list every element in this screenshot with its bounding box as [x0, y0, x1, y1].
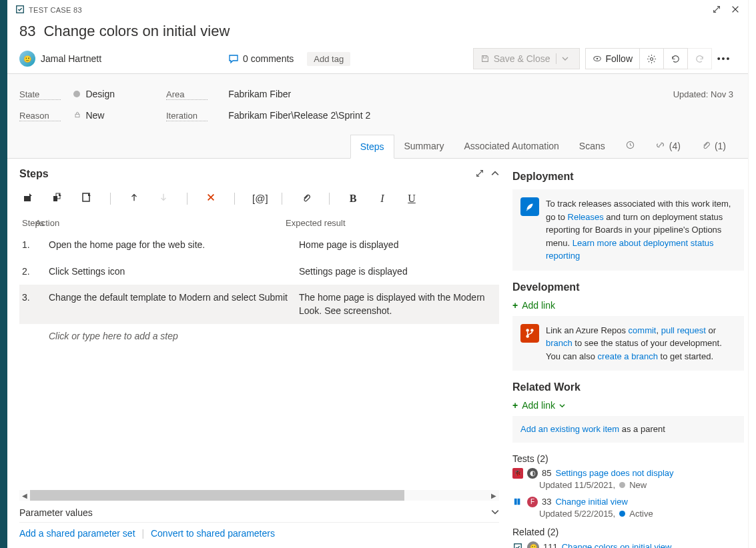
iteration-label: Iteration	[166, 111, 208, 121]
vertical-scrollbar[interactable]	[748, 0, 756, 548]
development-heading: Development	[512, 281, 744, 293]
test-link-item[interactable]: F 33 Change initial view Updated 5/22/20…	[512, 497, 744, 519]
tab-history[interactable]	[615, 134, 645, 158]
state-label: State	[19, 89, 61, 100]
commit-link[interactable]: commit	[629, 325, 657, 335]
workitem-header: 83 Change colors on initial view	[7, 20, 748, 47]
state-value[interactable]: Design	[85, 89, 115, 99]
close-icon[interactable]	[731, 5, 740, 16]
related-link-item[interactable]: 🙂 111 Change colors on initial view Upda…	[512, 541, 744, 549]
expand-icon[interactable]	[712, 5, 721, 16]
undo-icon	[695, 54, 705, 64]
state-dot-icon	[619, 511, 625, 517]
create-branch-link[interactable]: create a branch	[598, 351, 658, 361]
save-icon	[480, 54, 490, 63]
area-value[interactable]: Fabrikam Fiber	[228, 89, 291, 99]
attach-icon[interactable]	[300, 193, 312, 205]
refresh-icon	[671, 54, 681, 64]
related-heading: Related Work	[512, 381, 744, 393]
tests-subheading: Tests (2)	[512, 453, 744, 464]
bold-button[interactable]: B	[347, 193, 359, 205]
add-parent-link[interactable]: Add an existing work item	[520, 424, 619, 434]
insert-step-icon[interactable]	[22, 192, 34, 205]
tab-links[interactable]: (4)	[645, 134, 691, 158]
history-icon	[625, 140, 635, 152]
deployment-heading: Deployment	[512, 171, 744, 183]
comments-button[interactable]: 0 comments	[228, 53, 294, 64]
svg-rect-15	[517, 499, 520, 505]
insert-param-icon[interactable]	[81, 192, 93, 205]
params-heading: Parameter values	[19, 507, 93, 518]
add-shared-param-link[interactable]: Add a shared parameter set	[19, 528, 135, 539]
avatar[interactable]: 🙂	[19, 51, 35, 67]
attachment-icon	[701, 140, 711, 152]
insert-shared-icon[interactable]	[51, 192, 63, 205]
underline-button[interactable]: U	[406, 193, 418, 205]
rocket-icon	[520, 197, 539, 216]
add-tag-button[interactable]: Add tag	[307, 52, 350, 66]
title-bar-label: TEST CASE 83	[29, 6, 82, 14]
deployment-info: To track releases associated with this w…	[512, 189, 744, 271]
releases-link[interactable]: Releases	[568, 212, 604, 222]
more-button[interactable]: •••	[712, 48, 736, 69]
pr-link[interactable]: pull request	[661, 325, 706, 335]
move-down-icon[interactable]	[157, 193, 169, 204]
add-parent-info: Add an existing work item as a parent	[512, 416, 744, 443]
iteration-value[interactable]: Fabrikam Fiber\Release 2\Sprint 2	[228, 110, 370, 121]
title-bar: TEST CASE 83	[7, 0, 748, 20]
horizontal-scrollbar[interactable]: ◀ ▶	[19, 490, 499, 501]
related-subheading: Related (2)	[512, 527, 744, 537]
comment-icon	[228, 53, 239, 64]
step-row[interactable]: 2. Click Settings icon Settings page is …	[19, 259, 499, 285]
tab-scans[interactable]: Scans	[569, 134, 615, 158]
eye-icon	[593, 54, 602, 63]
plus-icon: +	[512, 400, 518, 411]
follow-button[interactable]: Follow	[585, 48, 640, 69]
avatar-icon: 🙂	[527, 541, 539, 549]
state-dot-icon	[73, 91, 80, 97]
assignee-name[interactable]: Jamal Hartnett	[41, 53, 101, 64]
col-action: Action	[35, 218, 286, 228]
col-expected: Expected result	[286, 218, 496, 228]
workitem-id: 83	[19, 23, 35, 40]
refresh-button[interactable]	[664, 48, 688, 69]
updated-label: Updated: Nov 3	[673, 89, 736, 99]
chevron-down-icon	[556, 53, 573, 64]
save-close-button: Save & Close	[473, 48, 580, 69]
test-link-item[interactable]: 🐞 ◐ 85 Settings page does not display Up…	[512, 468, 744, 490]
chevron-down-icon[interactable]	[491, 507, 499, 518]
plus-icon: +	[512, 300, 518, 311]
delete-icon[interactable]	[205, 193, 217, 204]
tab-summary[interactable]: Summary	[394, 134, 454, 158]
steps-toolbar: [@] B I U	[19, 180, 499, 214]
convert-shared-param-link[interactable]: Convert to shared parameters	[151, 528, 275, 539]
tab-automation[interactable]: Associated Automation	[454, 134, 569, 158]
add-dev-link-button[interactable]: +Add link	[512, 300, 744, 311]
tabs: Steps Summary Associated Automation Scan…	[19, 126, 736, 158]
svg-point-4	[650, 57, 653, 60]
branch-icon	[520, 324, 539, 343]
gear-icon	[647, 54, 657, 64]
tab-steps[interactable]: Steps	[350, 135, 394, 159]
svg-rect-5	[75, 114, 79, 117]
undo-button[interactable]	[688, 48, 712, 69]
workitem-title[interactable]: Change colors on initial view	[43, 23, 230, 40]
chevron-up-icon[interactable]	[491, 169, 499, 180]
chevron-down-icon	[559, 400, 565, 411]
mention-icon[interactable]: [@]	[252, 193, 264, 204]
add-related-link-button[interactable]: +Add link	[512, 400, 744, 411]
tab-attachments[interactable]: (1)	[691, 134, 736, 158]
settings-button[interactable]	[640, 48, 664, 69]
move-up-icon[interactable]	[128, 193, 140, 204]
expand-icon[interactable]	[475, 169, 484, 180]
step-row[interactable]: 1. Open the home page for the web site. …	[19, 232, 499, 259]
state-dot-icon	[619, 482, 625, 488]
branch-link[interactable]: branch	[546, 338, 573, 348]
link-icon	[655, 140, 665, 152]
reason-value[interactable]: New	[85, 110, 104, 121]
step-row[interactable]: 3. Change the default template to Modern…	[19, 285, 499, 324]
testcase-icon	[512, 542, 523, 549]
testcase-icon	[512, 497, 523, 507]
italic-button[interactable]: I	[376, 193, 388, 205]
add-step-placeholder[interactable]: Click or type here to add a step	[46, 324, 499, 348]
